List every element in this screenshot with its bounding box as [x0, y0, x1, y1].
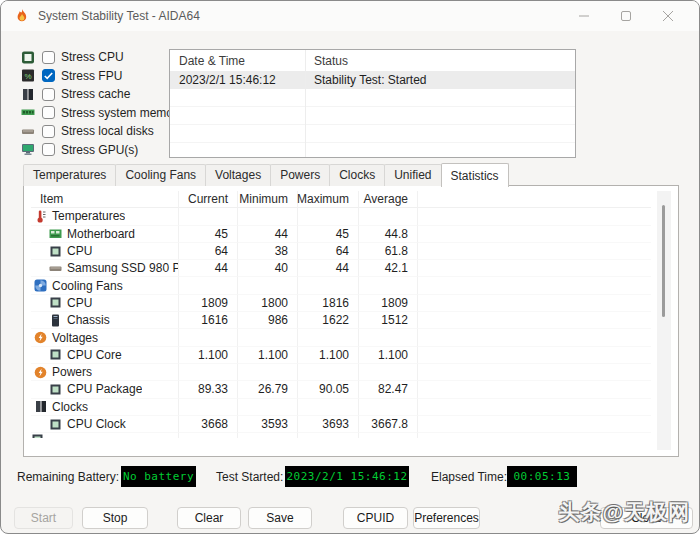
- stats-item-label: Cooling Fans: [52, 279, 123, 293]
- chip-icon: [31, 433, 44, 438]
- stress-option-label: Stress local disks: [61, 124, 154, 138]
- stats-value-cell: 1.100: [179, 347, 238, 364]
- stats-row-filler: [418, 243, 651, 260]
- stats-value-cell: 1800: [238, 295, 298, 312]
- vertical-scrollbar[interactable]: [657, 191, 671, 450]
- stats-col-maximum[interactable]: Maximum: [298, 191, 359, 208]
- stats-value-cell: 1.100: [359, 347, 418, 364]
- checkbox-unchecked[interactable]: [42, 106, 55, 119]
- stats-item-content: Motherboard: [31, 227, 135, 241]
- stats-item-content: Temperatures: [31, 209, 125, 223]
- minimize-icon[interactable]: [563, 1, 605, 31]
- log-empty-row: [170, 107, 575, 125]
- scrollbar-thumb[interactable]: [662, 205, 665, 317]
- stats-item-cell: Clocks: [31, 399, 179, 416]
- log-empty-row: [170, 89, 575, 107]
- flame-app-icon: [14, 8, 30, 24]
- save-button[interactable]: Save: [248, 507, 312, 529]
- tab-statistics[interactable]: Statistics: [441, 163, 509, 187]
- log-header-row: Date & Time Status: [170, 50, 575, 71]
- stats-group-row[interactable]: Voltages: [31, 329, 651, 346]
- status-bar: Remaining Battery: No battery Test Start…: [1, 465, 699, 491]
- event-log-table[interactable]: Date & Time Status 2023/2/1 15:46:12Stab…: [169, 49, 576, 158]
- stats-header-row: ItemCurrentMinimumMaximumAverage: [31, 191, 651, 208]
- elapsed-time-label: Elapsed Time:: [431, 470, 507, 484]
- clear-button[interactable]: Clear: [177, 507, 241, 529]
- stats-value-cell: 986: [238, 312, 298, 329]
- stats-row-filler: [418, 381, 651, 398]
- checkbox-unchecked[interactable]: [42, 51, 55, 64]
- stats-item-content: Voltages: [31, 331, 98, 345]
- stats-item-content: CPU Clock: [31, 417, 126, 431]
- cache-icon: [21, 88, 36, 101]
- tab-voltages[interactable]: Voltages: [205, 164, 271, 186]
- stats-item-row[interactable]: Chassis161698616221512: [31, 312, 651, 329]
- motherboard-icon: [49, 227, 62, 240]
- stress-option-label: Stress GPU(s): [61, 143, 138, 157]
- stats-col-current[interactable]: Current: [179, 191, 238, 208]
- cpuid-button[interactable]: CPUID: [343, 507, 408, 529]
- disk-icon: [21, 125, 36, 138]
- remaining-battery-lcd: No battery: [121, 466, 196, 487]
- preferences-button[interactable]: Preferences: [413, 507, 480, 529]
- stats-item-row[interactable]: [31, 433, 651, 438]
- stats-item-row[interactable]: CPU1809180018161809: [31, 295, 651, 312]
- stats-group-row[interactable]: Clocks: [31, 399, 651, 416]
- stats-value-cell: [359, 399, 418, 416]
- stats-value-cell: [298, 433, 359, 438]
- stats-item-cell: Motherboard: [31, 226, 179, 243]
- close-icon[interactable]: [647, 1, 689, 31]
- cpu-icon: [21, 51, 36, 64]
- elapsed-time-lcd: 00:05:13: [507, 466, 577, 487]
- stats-value-cell: 45: [298, 226, 359, 243]
- stats-item-cell: Voltages: [31, 329, 179, 346]
- stats-value-cell: [359, 433, 418, 438]
- stats-group-row[interactable]: Temperatures: [31, 208, 651, 225]
- stats-group-row[interactable]: Cooling Fans: [31, 277, 651, 294]
- stats-col-minimum[interactable]: Minimum: [238, 191, 298, 208]
- checkbox-unchecked[interactable]: [42, 143, 55, 156]
- statistics-table: ItemCurrentMinimumMaximumAverageTemperat…: [31, 191, 651, 450]
- log-empty-row: [170, 143, 575, 158]
- chassis-icon: [49, 314, 62, 327]
- checkbox-unchecked[interactable]: [42, 88, 55, 101]
- stats-row-filler: [418, 312, 651, 329]
- stress-option-label: Stress CPU: [61, 50, 124, 64]
- stats-col-average[interactable]: Average: [359, 191, 418, 208]
- stress-option-stress-cache: Stress cache: [21, 85, 183, 104]
- stats-item-row[interactable]: CPU Package89.3326.7990.0582.47: [31, 381, 651, 398]
- maximize-icon[interactable]: [605, 1, 647, 31]
- stats-item-row[interactable]: Motherboard45444544.8: [31, 226, 651, 243]
- stress-option-stress-gpu-s-: Stress GPU(s): [21, 141, 183, 160]
- fan-icon: [34, 279, 47, 292]
- stress-option-stress-cpu: Stress CPU: [21, 48, 183, 67]
- log-column-separator: [305, 50, 306, 157]
- svg-text:%: %: [24, 72, 31, 81]
- tab-powers[interactable]: Powers: [270, 164, 330, 186]
- stats-row-filler: [418, 399, 651, 416]
- stats-item-row[interactable]: Samsung SSD 980 PR...44404442.1: [31, 260, 651, 277]
- stats-header-filler: [418, 191, 651, 208]
- stats-value-cell: [359, 277, 418, 294]
- stats-item-row[interactable]: CPU Clock3668359336933667.8: [31, 416, 651, 433]
- stats-item-label: Temperatures: [52, 209, 125, 223]
- log-row[interactable]: 2023/2/1 15:46:12Stability Test: Started: [170, 71, 575, 89]
- stats-item-row[interactable]: CPU Core1.1001.1001.1001.100: [31, 347, 651, 364]
- stats-value-cell: 64: [179, 243, 238, 260]
- tab-temperatures[interactable]: Temperatures: [23, 164, 116, 186]
- tab-cooling-fans[interactable]: Cooling Fans: [115, 164, 206, 186]
- stats-item-cell: CPU: [31, 295, 179, 312]
- stats-group-row[interactable]: Powers: [31, 364, 651, 381]
- checkbox-checked[interactable]: [42, 69, 55, 82]
- stats-value-cell: 1809: [179, 295, 238, 312]
- stats-item-content: CPU Package: [31, 382, 142, 396]
- stats-row-filler: [418, 260, 651, 277]
- stats-col-item[interactable]: Item: [31, 191, 179, 208]
- tab-clocks[interactable]: Clocks: [329, 164, 385, 186]
- stats-item-row[interactable]: CPU64386461.8: [31, 243, 651, 260]
- power-icon: [34, 366, 47, 379]
- stop-button[interactable]: Stop: [82, 507, 148, 529]
- stats-value-cell: 1.100: [298, 347, 359, 364]
- tab-unified[interactable]: Unified: [384, 164, 441, 186]
- checkbox-unchecked[interactable]: [42, 125, 55, 138]
